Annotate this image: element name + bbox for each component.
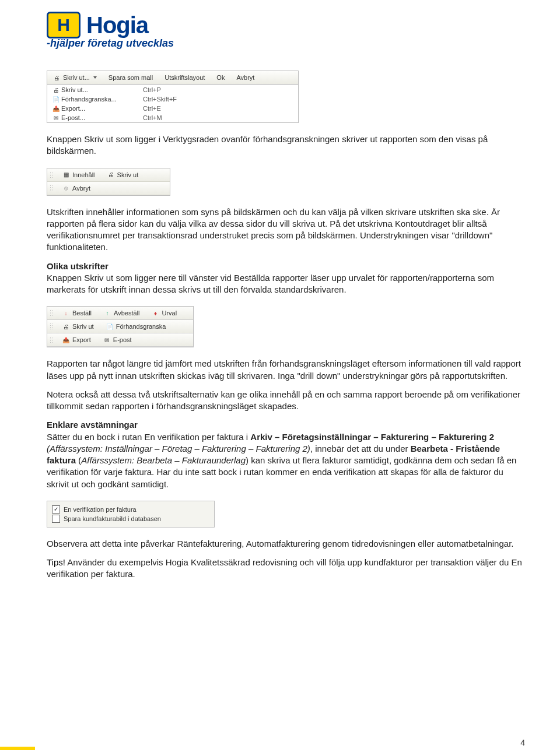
screenshot-checkbox-panel: ✓ En verifikation per faktura Spara kund… bbox=[47, 501, 215, 528]
paragraph: Tips! Använder du exempelvis Hogia Kvali… bbox=[47, 557, 525, 581]
body-text: Sätter du en bock i rutan En verifikatio… bbox=[47, 432, 250, 442]
logo-block: H Hogia -hjälper företag utvecklas bbox=[47, 12, 525, 50]
skriv-ut-button[interactable]: Skriv ut bbox=[59, 321, 97, 332]
toolbar-label: Skriv ut bbox=[117, 171, 139, 178]
stop-icon bbox=[62, 184, 70, 192]
chevron-down-icon bbox=[93, 76, 97, 79]
avbestall-button[interactable]: Avbeställ bbox=[100, 308, 142, 318]
utskriftslayout-button[interactable]: Utskriftslayout bbox=[162, 73, 208, 82]
grip-icon bbox=[50, 185, 53, 192]
toolbar-label: Avbeställ bbox=[114, 310, 139, 317]
checkbox-row[interactable]: ✓ En verifikation per faktura bbox=[52, 505, 209, 514]
ok-button[interactable]: Ok bbox=[214, 73, 228, 82]
grid-icon bbox=[62, 171, 70, 179]
logo-text: Hogia bbox=[86, 12, 148, 38]
avbryt-button[interactable]: Avbryt bbox=[233, 73, 257, 82]
printer-icon bbox=[62, 322, 70, 330]
body-text-italic: Affärssystem: Bearbeta – Fakturaunderlag bbox=[81, 455, 246, 465]
tips-label: Tips! bbox=[47, 557, 65, 567]
document-icon bbox=[51, 95, 61, 103]
mail-icon bbox=[51, 114, 61, 122]
toolbar-label: Förhandsgranska bbox=[116, 323, 166, 330]
printer-icon bbox=[52, 73, 61, 82]
grip-icon bbox=[50, 171, 53, 178]
body-text: Använder du exempelvis Hogia Kvalitetssä… bbox=[47, 557, 522, 579]
menu-item-epost[interactable]: E-post... Ctrl+M bbox=[47, 113, 298, 122]
logo-slogan: -hjälper företag utvecklas bbox=[47, 37, 525, 50]
toolbar-label: Innehåll bbox=[72, 171, 95, 178]
toolbar-row: Innehåll Skriv ut bbox=[47, 168, 170, 182]
skriv-ut-button[interactable]: Skriv ut... bbox=[50, 72, 100, 83]
paragraph: Notera också att dessa två utskriftsalte… bbox=[47, 389, 525, 413]
urval-button[interactable]: Urval bbox=[148, 308, 180, 318]
menu-shortcut: Ctrl+M bbox=[143, 114, 162, 121]
toolbar-label: Skriv ut... bbox=[63, 74, 90, 81]
toolbar-label: Skriv ut bbox=[72, 323, 94, 330]
checkbox-label: Spara kundfakturabild i databasen bbox=[64, 515, 161, 522]
screenshot-toolbar-dropdown: Skriv ut... Spara som mall Utskriftslayo… bbox=[47, 71, 299, 123]
body-text-bold: Arkiv – Företagsinställningar – Fakturer… bbox=[250, 432, 494, 442]
body-text-italic: (Affärssystem: Inställningar – Företag –… bbox=[47, 444, 310, 453]
logo-mark: H bbox=[47, 12, 80, 38]
paragraph: Utskriften innehåller informationen som … bbox=[47, 206, 525, 254]
avbryt-button[interactable]: Avbryt bbox=[59, 183, 93, 194]
toolbar-label: E-post bbox=[113, 336, 132, 343]
toolbar-label: Utskriftslayout bbox=[164, 74, 205, 81]
paragraph: Knappen Skriv ut som ligger i Verktygsra… bbox=[47, 133, 525, 157]
mail-icon bbox=[103, 336, 111, 344]
arrow-up-icon bbox=[103, 309, 111, 317]
paragraph: Enklare avstämningar Sätter du en bock i… bbox=[47, 419, 525, 490]
toolbar-label: Spara som mall bbox=[108, 74, 153, 81]
toolbar-row: Avbryt bbox=[47, 182, 170, 195]
body-text: ( bbox=[76, 455, 81, 465]
body-text: , innebär det att du under bbox=[310, 444, 411, 453]
menu-item-forhandsgranska[interactable]: Förhandsgranska... Ctrl+Skift+F bbox=[47, 94, 298, 104]
toolbar-label: Beställ bbox=[72, 310, 92, 317]
checkbox-row[interactable]: Spara kundfakturabild i databasen bbox=[52, 514, 209, 523]
document-page: H Hogia -hjälper företag utvecklas Skriv… bbox=[0, 0, 560, 756]
menu-item-skriv-ut[interactable]: Skriv ut... Ctrl+P bbox=[47, 85, 298, 94]
paragraph: Rapporten tar något längre tid jämfört m… bbox=[47, 358, 525, 382]
epost-button[interactable]: E-post bbox=[100, 335, 135, 345]
checkbox-unchecked-icon bbox=[52, 515, 60, 523]
toolbar-label: Ok bbox=[216, 74, 225, 81]
heading: Olika utskrifter bbox=[47, 261, 108, 271]
screenshot-mini-toolbar: Innehåll Skriv ut Avbryt bbox=[47, 168, 170, 196]
menu-shortcut: Ctrl+E bbox=[143, 105, 161, 112]
export-button[interactable]: Export bbox=[59, 335, 94, 345]
heading: Enklare avstämningar bbox=[47, 420, 138, 430]
menu-label: Förhandsgranska... bbox=[61, 96, 143, 103]
menu-label: Skriv ut... bbox=[61, 86, 143, 93]
bestall-button[interactable]: Beställ bbox=[59, 308, 94, 318]
paragraph: Olika utskrifter Knappen Skriv ut som li… bbox=[47, 261, 525, 296]
dropdown-menu: Skriv ut... Ctrl+P Förhandsgranska... Ct… bbox=[47, 85, 298, 122]
export-icon bbox=[51, 104, 61, 112]
toolbar-row: Skriv ut Förhandsgranska bbox=[47, 320, 193, 333]
forhandsgranska-button[interactable]: Förhandsgranska bbox=[103, 321, 169, 332]
screenshot-report-toolbar: Beställ Avbeställ Urval Skriv ut Förhand… bbox=[47, 306, 194, 347]
toolbar-label: Urval bbox=[162, 310, 177, 317]
grip-icon bbox=[50, 310, 53, 317]
toolbar-row: Beställ Avbeställ Urval bbox=[47, 307, 193, 320]
page-number: 4 bbox=[520, 738, 525, 747]
funnel-icon bbox=[151, 309, 159, 317]
menu-label: Export... bbox=[61, 105, 143, 112]
menu-label: E-post... bbox=[61, 114, 143, 121]
skriv-ut-button[interactable]: Skriv ut bbox=[104, 170, 142, 180]
innehall-button[interactable]: Innehåll bbox=[59, 170, 98, 180]
toolbar-label: Avbryt bbox=[72, 185, 90, 192]
menu-shortcut: Ctrl+Skift+F bbox=[143, 96, 177, 103]
grip-icon bbox=[50, 336, 53, 343]
toolbar-row: Export E-post bbox=[47, 333, 193, 347]
printer-icon bbox=[107, 171, 115, 179]
document-icon bbox=[106, 322, 114, 330]
printer-icon bbox=[51, 86, 61, 94]
menu-item-export[interactable]: Export... Ctrl+E bbox=[47, 104, 298, 113]
paragraph: Observera att detta inte påverkar Räntef… bbox=[47, 538, 525, 550]
spara-mall-button[interactable]: Spara som mall bbox=[106, 73, 156, 82]
arrow-down-icon bbox=[62, 309, 70, 317]
toolbar-label: Avbryt bbox=[236, 74, 254, 81]
menu-shortcut: Ctrl+P bbox=[143, 86, 161, 93]
body-text: Knappen Skriv ut som ligger nere till vä… bbox=[47, 273, 494, 294]
checkbox-label: En verifikation per faktura bbox=[64, 506, 136, 513]
